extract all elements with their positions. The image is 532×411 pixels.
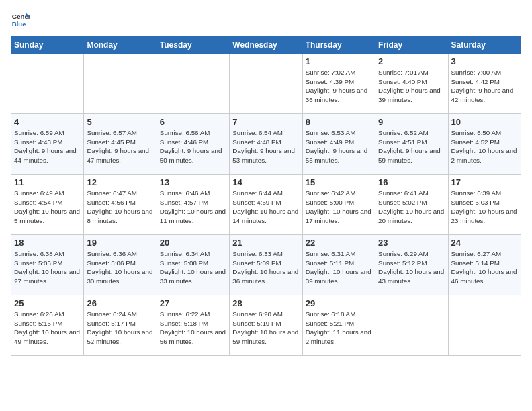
day-number: 22: [306, 238, 372, 248]
calendar-cell: 2Sunrise: 7:01 AM Sunset: 4:40 PM Daylig…: [375, 54, 448, 114]
day-info: Sunrise: 6:50 AM Sunset: 4:52 PM Dayligh…: [451, 128, 518, 165]
day-number: 1: [306, 56, 372, 66]
day-number: 28: [232, 298, 299, 308]
col-header-friday: Friday: [375, 37, 448, 54]
day-number: 17: [451, 177, 518, 187]
calendar-cell: 19Sunrise: 6:36 AM Sunset: 5:06 PM Dayli…: [84, 235, 157, 295]
calendar-header-row: SundayMondayTuesdayWednesdayThursdayFrid…: [11, 37, 521, 54]
calendar-cell: 6Sunrise: 6:56 AM Sunset: 4:46 PM Daylig…: [157, 114, 229, 175]
day-info: Sunrise: 6:22 AM Sunset: 5:18 PM Dayligh…: [160, 310, 226, 347]
day-number: 21: [232, 238, 299, 248]
day-info: Sunrise: 6:53 AM Sunset: 4:49 PM Dayligh…: [306, 128, 372, 165]
day-info: Sunrise: 6:56 AM Sunset: 4:46 PM Dayligh…: [160, 128, 226, 165]
calendar-cell: 16Sunrise: 6:41 AM Sunset: 5:02 PM Dayli…: [375, 175, 448, 235]
col-header-monday: Monday: [84, 37, 157, 54]
calendar-cell: 11Sunrise: 6:49 AM Sunset: 4:54 PM Dayli…: [11, 175, 84, 235]
day-number: 9: [378, 117, 445, 127]
calendar-week-row: 11Sunrise: 6:49 AM Sunset: 4:54 PM Dayli…: [11, 175, 521, 235]
calendar-cell: 4Sunrise: 6:59 AM Sunset: 4:43 PM Daylig…: [11, 114, 84, 175]
svg-text:Blue: Blue: [12, 20, 26, 28]
day-info: Sunrise: 7:02 AM Sunset: 4:39 PM Dayligh…: [306, 68, 372, 105]
calendar-cell: 18Sunrise: 6:38 AM Sunset: 5:05 PM Dayli…: [11, 235, 84, 295]
day-number: 8: [306, 117, 372, 127]
day-number: 26: [87, 298, 153, 308]
day-info: Sunrise: 6:18 AM Sunset: 5:21 PM Dayligh…: [306, 310, 372, 347]
day-number: 20: [160, 238, 226, 248]
calendar-cell: 13Sunrise: 6:46 AM Sunset: 4:57 PM Dayli…: [157, 175, 229, 235]
day-number: 14: [232, 177, 299, 187]
day-info: Sunrise: 7:01 AM Sunset: 4:40 PM Dayligh…: [378, 68, 445, 105]
col-header-wednesday: Wednesday: [230, 37, 302, 54]
calendar-table: SundayMondayTuesdayWednesdayThursdayFrid…: [11, 36, 521, 356]
day-info: Sunrise: 6:46 AM Sunset: 4:57 PM Dayligh…: [160, 189, 226, 226]
calendar-cell: [157, 54, 229, 114]
logo: General Blue: [11, 11, 30, 30]
day-info: Sunrise: 7:00 AM Sunset: 4:42 PM Dayligh…: [451, 68, 518, 105]
calendar-cell: 10Sunrise: 6:50 AM Sunset: 4:52 PM Dayli…: [448, 114, 521, 175]
day-number: 16: [378, 177, 445, 187]
day-info: Sunrise: 6:47 AM Sunset: 4:56 PM Dayligh…: [87, 189, 153, 226]
day-info: Sunrise: 6:59 AM Sunset: 4:43 PM Dayligh…: [14, 128, 81, 165]
calendar-week-row: 25Sunrise: 6:26 AM Sunset: 5:15 PM Dayli…: [11, 295, 521, 356]
calendar-cell: 17Sunrise: 6:39 AM Sunset: 5:03 PM Dayli…: [448, 175, 521, 235]
calendar-cell: 23Sunrise: 6:29 AM Sunset: 5:12 PM Dayli…: [375, 235, 448, 295]
day-info: Sunrise: 6:42 AM Sunset: 5:00 PM Dayligh…: [306, 189, 372, 226]
day-info: Sunrise: 6:49 AM Sunset: 4:54 PM Dayligh…: [14, 189, 81, 226]
calendar-cell: 12Sunrise: 6:47 AM Sunset: 4:56 PM Dayli…: [84, 175, 157, 235]
day-info: Sunrise: 6:27 AM Sunset: 5:14 PM Dayligh…: [451, 249, 518, 286]
calendar-week-row: 18Sunrise: 6:38 AM Sunset: 5:05 PM Dayli…: [11, 235, 521, 295]
calendar-cell: 20Sunrise: 6:34 AM Sunset: 5:08 PM Dayli…: [157, 235, 229, 295]
day-info: Sunrise: 6:38 AM Sunset: 5:05 PM Dayligh…: [14, 249, 81, 286]
calendar-cell: 15Sunrise: 6:42 AM Sunset: 5:00 PM Dayli…: [302, 175, 375, 235]
calendar-week-row: 1Sunrise: 7:02 AM Sunset: 4:39 PM Daylig…: [11, 54, 521, 114]
day-number: 7: [232, 117, 299, 127]
calendar-cell: 14Sunrise: 6:44 AM Sunset: 4:59 PM Dayli…: [230, 175, 302, 235]
day-number: 13: [160, 177, 226, 187]
calendar-cell: [11, 54, 84, 114]
day-info: Sunrise: 6:26 AM Sunset: 5:15 PM Dayligh…: [14, 310, 81, 347]
col-header-sunday: Sunday: [11, 37, 84, 54]
day-number: 3: [451, 56, 518, 66]
day-number: 10: [451, 117, 518, 127]
day-number: 2: [378, 56, 445, 66]
calendar-week-row: 4Sunrise: 6:59 AM Sunset: 4:43 PM Daylig…: [11, 114, 521, 175]
day-info: Sunrise: 6:36 AM Sunset: 5:06 PM Dayligh…: [87, 249, 153, 286]
calendar-cell: 8Sunrise: 6:53 AM Sunset: 4:49 PM Daylig…: [302, 114, 375, 175]
day-info: Sunrise: 6:57 AM Sunset: 4:45 PM Dayligh…: [87, 128, 153, 165]
day-info: Sunrise: 6:39 AM Sunset: 5:03 PM Dayligh…: [451, 189, 518, 226]
day-number: 23: [378, 238, 445, 248]
calendar-cell: [84, 54, 157, 114]
col-header-saturday: Saturday: [448, 37, 521, 54]
calendar-cell: [230, 54, 302, 114]
col-header-thursday: Thursday: [302, 37, 375, 54]
calendar-cell: 21Sunrise: 6:33 AM Sunset: 5:09 PM Dayli…: [230, 235, 302, 295]
day-info: Sunrise: 6:52 AM Sunset: 4:51 PM Dayligh…: [378, 128, 445, 165]
calendar-cell: 1Sunrise: 7:02 AM Sunset: 4:39 PM Daylig…: [302, 54, 375, 114]
day-number: 24: [451, 238, 518, 248]
day-number: 5: [87, 117, 153, 127]
col-header-tuesday: Tuesday: [157, 37, 229, 54]
day-number: 6: [160, 117, 226, 127]
day-info: Sunrise: 6:24 AM Sunset: 5:17 PM Dayligh…: [87, 310, 153, 347]
day-info: Sunrise: 6:41 AM Sunset: 5:02 PM Dayligh…: [378, 189, 445, 226]
calendar-cell: 24Sunrise: 6:27 AM Sunset: 5:14 PM Dayli…: [448, 235, 521, 295]
day-number: 29: [306, 298, 372, 308]
day-number: 12: [87, 177, 153, 187]
day-info: Sunrise: 6:34 AM Sunset: 5:08 PM Dayligh…: [160, 249, 226, 286]
day-info: Sunrise: 6:31 AM Sunset: 5:11 PM Dayligh…: [306, 249, 372, 286]
calendar-cell: [448, 295, 521, 356]
calendar-cell: 28Sunrise: 6:20 AM Sunset: 5:19 PM Dayli…: [230, 295, 302, 356]
calendar-cell: 3Sunrise: 7:00 AM Sunset: 4:42 PM Daylig…: [448, 54, 521, 114]
calendar-cell: 5Sunrise: 6:57 AM Sunset: 4:45 PM Daylig…: [84, 114, 157, 175]
logo-icon: General Blue: [11, 11, 30, 30]
day-number: 18: [14, 238, 81, 248]
day-number: 27: [160, 298, 226, 308]
day-info: Sunrise: 6:44 AM Sunset: 4:59 PM Dayligh…: [232, 189, 299, 226]
calendar-cell: [375, 295, 448, 356]
calendar-cell: 7Sunrise: 6:54 AM Sunset: 4:48 PM Daylig…: [230, 114, 302, 175]
day-info: Sunrise: 6:33 AM Sunset: 5:09 PM Dayligh…: [232, 249, 299, 286]
day-number: 19: [87, 238, 153, 248]
page-header: General Blue: [11, 11, 521, 30]
calendar-cell: 9Sunrise: 6:52 AM Sunset: 4:51 PM Daylig…: [375, 114, 448, 175]
day-info: Sunrise: 6:54 AM Sunset: 4:48 PM Dayligh…: [232, 128, 299, 165]
